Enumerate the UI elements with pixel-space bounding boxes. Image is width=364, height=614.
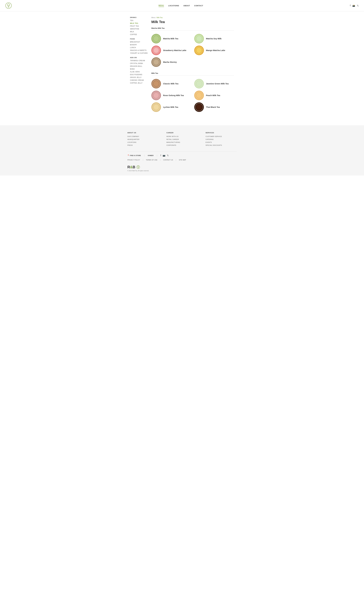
item-image-rose-oolong [151, 91, 161, 100]
item-classic-milk-tea[interactable]: Classic Milk Tea [151, 79, 191, 89]
item-image-matcha-soy-milk [194, 34, 204, 43]
item-image-strawberry-matcha [151, 46, 161, 55]
find-store-button[interactable]: 📍 FIND A STORE [127, 155, 141, 156]
facebook-icon[interactable]: f [350, 4, 351, 7]
sidebar-item-lunch[interactable]: LUNCH [130, 47, 149, 49]
nav-about[interactable]: ABOUT [183, 5, 190, 7]
instagram-icon[interactable]: 📸 [352, 4, 355, 7]
item-macha-stormy[interactable]: Macha Stormy [151, 57, 191, 67]
milk-tea-items-grid: Classic Milk Tea Jasmine Green Milk Tea … [151, 79, 234, 112]
footer-services-title: SERVICES [206, 132, 237, 133]
terms-of-use-link[interactable]: TERMS OF USE [146, 159, 157, 161]
item-matcha-milk-tea[interactable]: Matcha Milk Tea [151, 34, 191, 43]
svg-point-1 [7, 4, 10, 6]
breadcrumb-menu[interactable]: Menu [151, 17, 155, 19]
sidebar-item-coffee-jelly[interactable]: COFFEE JELLY [130, 82, 149, 84]
header: MENU LOCATIONS ABOUT CONTACT f 📸 𝕏 [0, 0, 364, 11]
language-button[interactable]: KHMER [148, 155, 154, 156]
footer-social: f 📷 𝕏 [160, 154, 169, 157]
sidebar-item-fruit-tea[interactable]: FRUIT TEA [130, 25, 149, 27]
footer-bottom-row1: 📍 FIND A STORE | KHMER | f 📷 𝕏 [127, 154, 237, 157]
section-divider-matcha [151, 30, 234, 31]
item-name-mango-matcha: Mango Matcha Latte [206, 49, 225, 52]
sidebar-item-cheese-cream[interactable]: CHEESE CREAM [130, 79, 149, 81]
sidebar-item-tea[interactable]: TEA [130, 20, 149, 21]
footer-about-title: ABOUT US [127, 132, 158, 133]
find-store-label: FIND A STORE [130, 155, 141, 156]
item-rose-oolong[interactable]: Rose Oolong Milk Tea [151, 91, 191, 100]
footer-sep4: | [160, 159, 161, 161]
sidebar-item-grass-jelly[interactable]: GRASS JELLY [130, 77, 149, 78]
sidebar-item-egg-pudding[interactable]: EGG PUDDING [130, 74, 149, 76]
footer-copyright: © 2019 R&B Tea. All rights reserved. [127, 170, 237, 171]
item-matcha-soy-milk[interactable]: Matcha Soy Milk [194, 34, 234, 43]
footer-press[interactable]: PRESS [127, 144, 158, 146]
nav-locations[interactable]: LOCATIONS [168, 5, 179, 7]
nav-menu[interactable]: MENU [158, 4, 164, 7]
footer-work-with-us[interactable]: WORK WITH US [166, 136, 197, 137]
logo[interactable] [5, 2, 12, 9]
item-image-macha-stormy [151, 57, 161, 67]
footer-twitter-icon[interactable]: 𝕏 [167, 154, 169, 157]
item-mango-matcha[interactable]: Mango Matcha Latte [194, 46, 234, 55]
item-image-peach-milk-tea [194, 91, 204, 100]
footer-bottom-row2: PRIVACY POLICY | TERMS OF USE | CONTACT … [127, 159, 237, 161]
item-name-macha-stormy: Macha Stormy [163, 61, 177, 64]
site-map-link[interactable]: SITE MAP [179, 159, 186, 161]
footer-locations[interactable]: LOCATIONS [127, 142, 158, 143]
footer-separator1: | [144, 155, 145, 157]
footer-headquarter[interactable]: HEADQUARTER [127, 139, 158, 140]
footer-our-company[interactable]: OUR COMPANY [127, 136, 158, 137]
sidebar-item-coffee[interactable]: COFFEE [130, 34, 149, 35]
sidebar-item-smoothie[interactable]: SMOOTHIE [130, 28, 149, 30]
sidebar-item-yogurt[interactable]: YOGURT & CUSTARD [130, 52, 149, 54]
footer-services-col: SERVICES CUSTOMER SERVICE CATERING EVENT… [206, 132, 237, 147]
footer-customer-service[interactable]: CUSTOMER SERVICE [206, 136, 237, 137]
item-image-lychee-milk-tea [151, 102, 161, 112]
contact-us-link[interactable]: CONTACT US [163, 159, 173, 161]
item-strawberry-matcha[interactable]: Strawberry Matcha Latte [151, 46, 191, 55]
sidebar-item-snacks[interactable]: SNACKS & SWEETS [130, 50, 149, 51]
main-nav: MENU LOCATIONS ABOUT CONTACT [158, 4, 203, 7]
sidebar-item-boba[interactable]: BOBA [130, 68, 149, 70]
content: Menu / Milk Tea Milk Tea Matcha Milk Tea… [151, 17, 234, 117]
twitter-icon[interactable]: 𝕏 [357, 4, 359, 7]
item-image-mango-matcha [194, 46, 204, 55]
sidebar-item-tiramisu[interactable]: TIRAMISU CREAM [130, 60, 149, 62]
privacy-policy-link[interactable]: PRIVACY POLICY [127, 159, 140, 161]
drinks-section-title: DRINKS [130, 17, 149, 18]
item-image-classic-milk-tea [151, 79, 161, 89]
nav-contact[interactable]: CONTACT [194, 5, 203, 7]
footer: ABOUT US OUR COMPANY HEADQUARTER LOCATIO… [0, 125, 364, 175]
footer-corporate[interactable]: CORPORATE [166, 144, 197, 146]
svg-point-6 [138, 166, 139, 167]
footer-events[interactable]: EVENTS [206, 142, 237, 143]
footer-logo-r: R [127, 165, 130, 169]
item-name-lychee-milk-tea: Lychee Milk Tea [163, 106, 178, 108]
item-name-classic-milk-tea: Classic Milk Tea [163, 82, 178, 85]
sidebar-item-bakery[interactable]: BAKERY [130, 44, 149, 46]
footer-catering[interactable]: CATERING [206, 139, 237, 140]
item-name-matcha-milk-tea: Matcha Milk Tea [163, 37, 178, 40]
item-lychee-milk-tea[interactable]: Lychee Milk Tea [151, 102, 191, 112]
footer-retail-career[interactable]: RETAIL CAREER [166, 139, 197, 140]
footer-logo-b: B [132, 165, 135, 169]
food-section-title: FOOD [130, 38, 149, 40]
footer-career-title: CAREER [166, 132, 197, 133]
footer-manufacturing[interactable]: MANUFACTURING [166, 142, 197, 143]
sidebar-item-breakfast[interactable]: BREAKFAST [130, 41, 149, 43]
sidebar-item-dragon-ball[interactable]: DRAGON BALL [130, 65, 149, 67]
sidebar-item-milk-tea[interactable]: MILK TEA [130, 22, 149, 24]
item-peach-milk-tea[interactable]: Peach Milk Tea [194, 91, 234, 100]
item-name-matcha-soy-milk: Matcha Soy Milk [206, 37, 221, 40]
sidebar-item-crystal-boba[interactable]: CRYSTAL BOBA [130, 63, 149, 64]
sidebar-item-milk[interactable]: MILK [130, 31, 149, 33]
location-pin-icon: 📍 [127, 155, 129, 156]
item-name-peach-milk-tea: Peach Milk Tea [206, 94, 220, 97]
sidebar-item-aloe-vera[interactable]: ALOE VERA [130, 71, 149, 73]
item-thai-black-tea[interactable]: Thai Black Tea [194, 102, 234, 112]
item-jasmine-green[interactable]: Jasmine Green Milk Tea [194, 79, 234, 89]
footer-facebook-icon[interactable]: f [160, 154, 161, 157]
footer-special-discounts[interactable]: SPECIAL DISCOUNTS [206, 144, 237, 146]
footer-instagram-icon[interactable]: 📷 [163, 154, 165, 157]
